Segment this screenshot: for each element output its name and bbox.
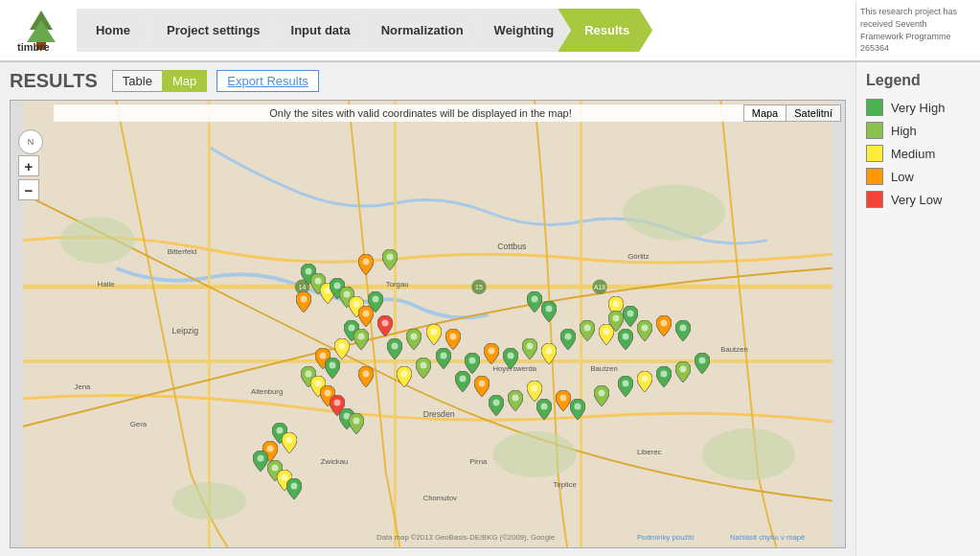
svg-point-85 <box>584 324 591 331</box>
map-pin[interactable] <box>656 315 672 339</box>
svg-point-11 <box>60 217 135 264</box>
nav-item-weighting[interactable]: Weighting <box>467 9 572 52</box>
svg-text:Podmínky použití: Podmínky použití <box>637 533 695 542</box>
map-pin[interactable] <box>397 366 412 390</box>
nav-item-project-settings[interactable]: Project settings <box>140 9 278 52</box>
map-pin[interactable] <box>695 353 710 377</box>
map-pin[interactable] <box>675 320 691 344</box>
svg-point-100 <box>492 399 499 405</box>
map-pin[interactable] <box>570 399 585 423</box>
svg-point-109 <box>661 371 668 378</box>
svg-text:A18: A18 <box>594 284 605 290</box>
map-pin[interactable] <box>618 376 633 400</box>
map-pin[interactable] <box>377 315 393 339</box>
svg-text:Görlitz: Görlitz <box>627 252 650 261</box>
svg-point-111 <box>699 357 706 363</box>
tab-map[interactable]: Map <box>162 70 207 92</box>
map-pin[interactable] <box>416 358 431 382</box>
map-pin[interactable] <box>382 249 398 273</box>
map-pin[interactable] <box>455 371 470 395</box>
legend-label-low: Low <box>891 170 914 184</box>
svg-point-12 <box>623 184 725 240</box>
map-pin[interactable] <box>325 358 340 382</box>
map-pin[interactable] <box>637 371 652 395</box>
svg-point-102 <box>531 384 537 391</box>
map-pin[interactable] <box>503 348 518 372</box>
svg-point-55 <box>339 343 346 350</box>
map-pin[interactable] <box>426 324 442 348</box>
map-pin[interactable] <box>474 376 490 400</box>
svg-point-83 <box>545 347 552 354</box>
map-pin[interactable] <box>282 432 297 456</box>
map-pin[interactable] <box>580 320 595 344</box>
map-pin[interactable] <box>637 320 652 344</box>
legend-color-high <box>866 122 883 139</box>
svg-point-107 <box>623 381 629 387</box>
map-pin[interactable] <box>387 338 402 362</box>
legend-item-low: Low <box>866 168 970 185</box>
map-pin[interactable] <box>484 343 499 367</box>
svg-text:Nahlásit chybu v mapě: Nahlásit chybu v mapě <box>730 533 805 542</box>
legend-label-high: High <box>891 124 917 138</box>
map-type-mapa[interactable]: Mapa <box>743 104 787 122</box>
svg-point-89 <box>661 319 668 326</box>
map-pin[interactable] <box>358 366 374 390</box>
map-pin[interactable] <box>522 338 537 362</box>
info-box: This research project has received Seven… <box>855 2 970 58</box>
map-pin[interactable] <box>349 413 364 437</box>
legend-item-very-low: Very Low <box>866 191 970 208</box>
map-pin[interactable] <box>296 291 311 315</box>
map-pin[interactable] <box>594 385 609 409</box>
map-type-satelitni[interactable]: Satelitní <box>786 104 841 122</box>
map-pin[interactable] <box>536 399 552 423</box>
svg-point-92 <box>387 254 394 261</box>
map-pin[interactable] <box>656 366 672 390</box>
map-pin[interactable] <box>623 306 638 330</box>
map-pin[interactable] <box>436 348 451 372</box>
map-pin[interactable] <box>527 291 542 315</box>
nav-item-home[interactable]: Home <box>77 9 153 52</box>
svg-point-96 <box>627 310 634 316</box>
map-pin[interactable] <box>541 301 557 325</box>
map-pin[interactable] <box>353 329 369 353</box>
tab-table[interactable]: Table <box>112 70 163 92</box>
map-pin[interactable] <box>253 451 268 475</box>
map-pin[interactable] <box>560 329 576 353</box>
left-panel: RESULTS Table Map Export Results Only th… <box>0 62 855 556</box>
map-pin[interactable] <box>508 390 523 414</box>
export-results-button[interactable]: Export Results <box>217 70 319 92</box>
svg-point-13 <box>492 431 576 478</box>
map-pin[interactable] <box>541 343 557 367</box>
zoom-in-button[interactable]: + <box>18 155 39 176</box>
svg-point-70 <box>291 483 298 490</box>
svg-point-46 <box>301 296 308 303</box>
svg-text:Leipzig: Leipzig <box>172 326 199 336</box>
svg-point-84 <box>565 334 572 340</box>
svg-text:Liberec: Liberec <box>637 448 662 456</box>
svg-text:15: 15 <box>475 284 483 290</box>
svg-point-72 <box>392 343 399 350</box>
zoom-out-button[interactable]: − <box>18 179 39 200</box>
map-pin[interactable] <box>358 254 374 278</box>
map-pin[interactable] <box>608 311 624 335</box>
map-pin[interactable] <box>675 361 691 385</box>
compass-icon[interactable]: N <box>18 129 43 154</box>
svg-text:Bitterfeld: Bitterfeld <box>168 247 197 256</box>
svg-point-104 <box>559 394 566 401</box>
map-type-controls: Mapa Satelitní <box>743 104 841 122</box>
svg-point-67 <box>257 455 263 462</box>
nav-item-input-data[interactable]: Input data <box>264 9 368 52</box>
nav-item-normalization[interactable]: Normalization <box>354 9 481 52</box>
legend-item-high: High <box>866 122 970 139</box>
svg-text:Halle: Halle <box>98 280 115 289</box>
svg-point-71 <box>363 371 370 378</box>
map-pin[interactable] <box>286 478 302 502</box>
svg-point-98 <box>459 376 466 382</box>
legend-panel: Legend Very High High Medium Low Very Lo… <box>855 62 980 556</box>
map-pin[interactable] <box>489 395 504 419</box>
nav-item-results[interactable]: Results <box>558 9 652 52</box>
svg-point-95 <box>613 301 620 308</box>
map-pin[interactable] <box>406 329 422 353</box>
map-pin[interactable] <box>368 291 383 315</box>
map-pin[interactable] <box>556 390 571 414</box>
